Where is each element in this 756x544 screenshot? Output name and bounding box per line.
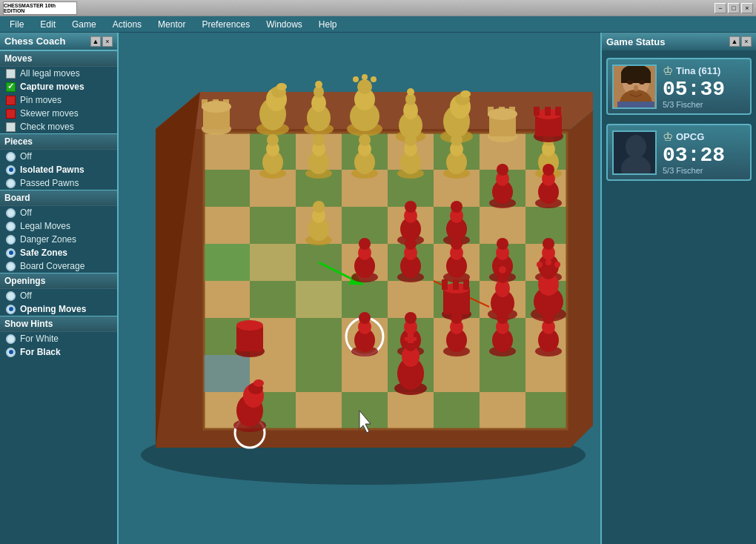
close-window-btn[interactable]: × — [741, 3, 753, 13]
danger-zones-radio[interactable] — [6, 235, 16, 245]
passed-label: Passed Pawns — [20, 178, 79, 188]
game-status-panel: Game Status ▲ × — [600, 33, 756, 544]
menu-windows[interactable]: Windows — [259, 17, 309, 32]
openings-off[interactable]: Off — [0, 289, 117, 302]
svg-rect-193 — [442, 279, 448, 290]
opcg-info: ♔ OPCG 03:28 5/3 Fischer — [663, 130, 746, 175]
board-safe-zones[interactable]: Safe Zones — [0, 246, 117, 259]
tina-avatar — [612, 64, 657, 109]
maximize-btn[interactable]: □ — [728, 3, 740, 13]
board-off[interactable]: Off — [0, 206, 117, 219]
chess-coach-title: Chess Coach — [4, 36, 90, 47]
svg-rect-64 — [296, 392, 342, 429]
svg-point-230 — [543, 312, 554, 324]
menu-preferences[interactable]: Preferences — [195, 17, 256, 32]
status-close[interactable]: × — [741, 36, 752, 47]
svg-point-112 — [460, 90, 471, 98]
hints-black[interactable]: For Black — [0, 345, 117, 359]
safe-zones-radio[interactable] — [6, 248, 16, 258]
svg-point-248 — [627, 80, 633, 84]
tina-name: Tina (611) — [676, 65, 720, 76]
all-legal-label: All legal moves — [20, 68, 80, 79]
capture-checkbox[interactable] — [6, 82, 16, 92]
menu-edit[interactable]: Edit — [33, 17, 62, 32]
svg-point-95 — [315, 81, 322, 88]
svg-point-214 — [359, 312, 371, 324]
skewer-label: Skewer moves — [20, 108, 79, 119]
opening-moves-radio[interactable] — [6, 305, 16, 314]
pieces-passed[interactable]: Passed Pawns — [0, 176, 117, 190]
hints-section-header: Show Hints — [0, 316, 117, 332]
pieces-off-radio[interactable] — [6, 152, 16, 162]
isolated-label: Isolated Pawns — [20, 165, 84, 175]
board-danger-zones[interactable]: Danger Zones — [0, 233, 117, 246]
tina-rating: 5/3 Fischer — [663, 100, 746, 109]
svg-rect-59 — [434, 355, 480, 392]
svg-point-218 — [405, 312, 417, 324]
move-pin[interactable]: Pin moves — [0, 93, 117, 107]
svg-point-165 — [497, 164, 508, 176]
for-white-radio[interactable] — [6, 334, 16, 344]
opening-moves-label: Opening Moves — [20, 304, 86, 314]
svg-rect-29 — [525, 207, 567, 244]
move-check[interactable]: Check moves — [0, 120, 117, 133]
check-checkbox[interactable] — [6, 122, 16, 132]
pieces-off-label: Off — [20, 151, 32, 162]
svg-rect-67 — [434, 392, 480, 429]
move-capture[interactable]: Capture moves — [0, 80, 117, 93]
skewer-checkbox[interactable] — [6, 109, 16, 119]
status-minimize[interactable]: ▲ — [729, 36, 740, 47]
all-legal-checkbox[interactable] — [6, 69, 16, 79]
menu-help[interactable]: Help — [312, 17, 344, 32]
svg-point-107 — [407, 88, 414, 96]
pin-checkbox[interactable] — [6, 96, 16, 105]
board-coverage[interactable]: Board Coverage — [0, 259, 117, 273]
svg-rect-66 — [388, 392, 434, 429]
for-black-radio[interactable] — [6, 348, 16, 357]
check-label: Check moves — [20, 122, 74, 132]
svg-rect-152 — [545, 107, 551, 116]
hints-white[interactable]: For White — [0, 332, 117, 345]
svg-point-147 — [313, 201, 325, 213]
svg-point-161 — [451, 201, 462, 213]
tina-king-icon: ♔ — [663, 64, 673, 78]
chess-coach-close[interactable]: × — [102, 36, 113, 47]
menu-actions[interactable]: Actions — [106, 17, 148, 32]
isolated-radio[interactable] — [6, 165, 16, 175]
window-controls: − □ × — [714, 3, 753, 13]
menu-mentor[interactable]: Mentor — [151, 17, 192, 32]
opcg-avatar — [612, 130, 657, 175]
svg-point-241 — [253, 379, 264, 387]
openings-off-label: Off — [20, 291, 32, 301]
openings-off-radio[interactable] — [6, 291, 16, 301]
chess-board-area — [119, 33, 600, 544]
pieces-section-header: Pieces — [0, 133, 117, 150]
openings-moves[interactable]: Opening Moves — [0, 302, 117, 316]
minimize-btn[interactable]: − — [714, 3, 726, 13]
menu-game[interactable]: Game — [65, 17, 103, 32]
legal-moves-label: Legal Moves — [20, 221, 70, 231]
chess-board-svg[interactable] — [133, 33, 593, 500]
board-off-label: Off — [20, 208, 32, 218]
svg-point-204 — [541, 265, 556, 279]
move-all-legal[interactable]: All legal moves — [0, 67, 117, 80]
chess-coach-minimize[interactable]: ▲ — [90, 36, 101, 47]
board-coverage-radio[interactable] — [6, 262, 16, 271]
chess-coach-panel: Chess Coach ▲ × Moves All legal moves Ca… — [0, 33, 119, 544]
svg-point-99 — [357, 79, 372, 94]
for-black-label: For Black — [20, 347, 61, 357]
moves-section-header: Moves — [0, 50, 117, 67]
pieces-off[interactable]: Off — [0, 150, 117, 163]
svg-rect-153 — [555, 107, 561, 116]
menu-file[interactable]: File — [3, 17, 30, 32]
move-skewer[interactable]: Skewer moves — [0, 107, 117, 120]
board-legal-moves[interactable]: Legal Moves — [0, 219, 117, 233]
capture-label: Capture moves — [20, 82, 84, 92]
passed-radio[interactable] — [6, 179, 16, 188]
svg-rect-38 — [204, 281, 250, 318]
legal-moves-radio[interactable] — [6, 222, 16, 231]
pieces-isolated[interactable]: Isolated Pawns — [0, 163, 117, 176]
opcg-rating: 5/3 Fischer — [663, 166, 746, 175]
board-off-radio[interactable] — [6, 208, 16, 218]
svg-point-100 — [353, 76, 359, 82]
